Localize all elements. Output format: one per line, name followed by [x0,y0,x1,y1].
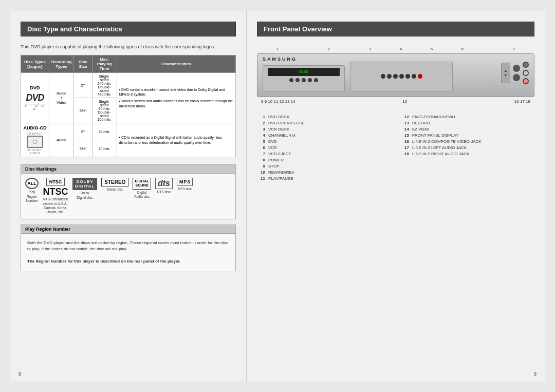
right-section-header: Front Panel Overview [257,22,534,36]
right-title: Front Panel Overview [264,25,332,33]
cd-time-3: 20 min. [92,140,117,157]
top-numbers: 1 2 3 4 5 6 7 [257,47,534,51]
col-types: Disc Types[Logos] [21,55,49,73]
cd-size-3: 3½" [74,140,92,157]
jack-2 [523,70,529,76]
side-btn-2[interactable] [513,74,520,81]
play-region-text: Both the DVD player and the discs are co… [25,238,231,254]
dvd-deck-area: 00:00 [263,65,345,92]
legend-15: 15 FRONT PANEL DISPLAY [401,133,534,138]
legend-13: 13 RECORD [401,120,534,126]
dvd-char: • DVD contains excellent sound and video… [117,73,235,123]
marking-ntsc: NTSC NTSC NTSC broadcastsystem in U.S.A.… [43,178,68,215]
vcr-btn-3[interactable] [393,74,398,79]
legend-14: 14 EZ VIEW [401,126,534,132]
play-region-section: Play Region Number Both the DVD player a… [21,225,236,271]
region-icon: ALL [25,178,39,189]
col-size: Disc Size [74,55,92,73]
right-panel: Front Panel Overview 1 2 3 4 5 6 7 SAMSU… [247,11,545,381]
disc-markings-section: Disc Markings ALL PlayRegionNumber NTSC … [21,164,236,219]
legend-5: 5 DVD [257,139,391,144]
legend-8: 8 POWER [257,157,391,163]
vcr-rec-btn[interactable] [418,74,422,79]
dvd-time-3: Single-sided80 min.Double-sided160 min. [92,98,117,123]
channel-ctrl: ▲ ▼ [501,63,510,83]
jack-1 [523,62,529,68]
right-controls: ▲ ▼ [501,62,529,84]
dolby-icon: DOLBYDIGITAL [72,178,97,190]
vcr-btn-1[interactable] [381,74,385,79]
ntsc-logo: NTSC [43,187,68,196]
legend-6: 6 VCR [257,145,391,151]
dvd-logo: DVD [24,92,46,103]
side-btn-1[interactable] [513,65,520,72]
stereo-desc: Stereo disc [107,188,124,192]
legend-18: 18 LINE IN 2 RIGHT AUDIO JACK [401,151,534,157]
dvd-btn-5[interactable] [314,78,318,82]
legend-4: 4 CHANNEL ∨/∧ [257,133,391,138]
vcr-btn-6[interactable] [412,74,416,79]
legend-1: 1 DVD DECK [257,114,391,120]
vcr-btn-2[interactable] [387,74,392,79]
vcr-area [350,62,453,91]
dvd-display: 00:00 [268,68,340,76]
play-region-body: Both the DVD player and the discs are co… [21,234,235,271]
legend-3: 3 VCR DECK [257,126,391,132]
marking-mp3: MP3 MP3 disc [177,178,193,191]
dvd-btn-4[interactable] [308,78,312,82]
left-title: Disc Type and Characteristics [27,25,122,33]
jack-3 [523,78,529,84]
cd-logo-cell: AUDIO-CD COMPACT DIGITAL AUDIO [21,123,49,157]
dvd-logo-cell: DVD DVD V I D E O [21,73,49,123]
dvd-buttons [263,78,344,82]
diagram-wrapper: 1 2 3 4 5 6 7 SAMSUNG 00:00 [257,47,534,104]
cd-recording: Audio [49,123,74,157]
page: Disc Type and Characteristics This DVD p… [10,11,545,381]
marking-region: ALL PlayRegionNumber [25,178,39,203]
markings-row: ALL PlayRegionNumber NTSC NTSC NTSC broa… [25,178,231,215]
cd-char: • CD is recorded as a Digital Signal wit… [117,123,235,157]
side-btns [513,65,520,81]
vcr-btn-5[interactable] [405,74,410,79]
marking-stereo: STEREO Stereo disc [101,178,128,192]
mp3-icon: MP3 [177,178,193,186]
brand-name: SAMSUNG [263,57,297,62]
left-section-header: Disc Type and Characteristics [21,22,236,36]
disc-markings-body: ALL PlayRegionNumber NTSC NTSC NTSC broa… [21,174,235,219]
dvd-btn-3[interactable] [302,78,306,82]
legend-10: 10 REWIND/REV [257,170,391,175]
legend-11: 11 PLAY/PAUSE [257,176,391,181]
cd-time-5: 74 min. [92,123,117,140]
legend-12: 12 FAST-FORWARD/FWD [401,114,534,120]
intro-text: This DVD player is capable of playing th… [21,44,236,50]
audio-jacks [523,62,529,84]
dts-desc: DTS disc [157,190,171,194]
marking-dts: dts DTS disc [155,178,173,194]
dvd-time-5: Single-sided240 min.Double-sided480 min. [92,73,117,98]
legend-17: 17 LINE IN 2 LEFT AUDIO JACK [401,145,534,151]
cd-size-5: 5" [74,123,92,140]
digital-desc: DigitalAudio disc [134,191,150,199]
disc-markings-header: Disc Markings [21,165,235,174]
dvd-video-label: V I D E O [24,104,46,110]
digital-icon: DIGITALSOUND [133,178,151,190]
dvd-recording: Audio+Video [49,73,74,123]
legend-9: 9 STOP [257,163,391,169]
dts-icon: dts [155,178,173,189]
region-desc: PlayRegionNumber [26,190,38,203]
stereo-icon: STEREO [101,178,128,186]
page-num-right: 9 [533,371,536,377]
legend-7: 7 VCR EJECT [257,151,391,157]
marking-dolby: DOLBYDIGITAL DolbyDigital disc [72,178,97,200]
device-box: SAMSUNG 00:00 [257,53,534,97]
ntsc-icon: NTSC [46,178,65,186]
dvd-btn-1[interactable] [289,78,293,82]
play-region-title: Play Region Number [25,227,70,232]
dvd-size-5: 5" [74,73,92,98]
legend-grid: 1 DVD DECK 12 FAST-FORWARD/FWD 2 DVD OPE… [257,114,534,181]
dvd-size-3: 3½" [74,98,92,123]
mp3-desc: MP3 disc [178,187,192,191]
vcr-btn-4[interactable] [399,74,404,79]
left-panel: Disc Type and Characteristics This DVD p… [10,11,247,381]
dvd-btn-2[interactable] [295,78,300,82]
